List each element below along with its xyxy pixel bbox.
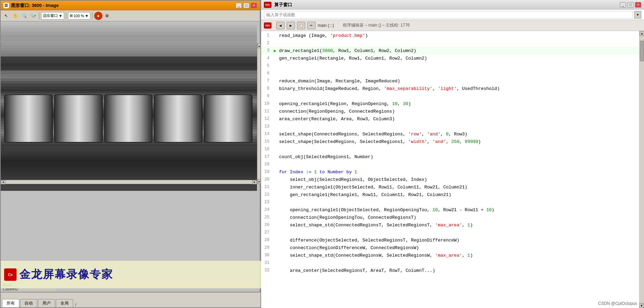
cylinder-3 xyxy=(104,94,153,143)
maximize-button[interactable]: □ xyxy=(243,3,249,8)
code-line-8: 8 binary_threshold(ImageReduced, Region,… xyxy=(261,85,639,92)
nav-forward-button[interactable]: ► xyxy=(287,22,295,29)
code-line-4: 4 gen_rectangle1(Rectangle, Row1, Column… xyxy=(261,54,639,62)
cylinder-2 xyxy=(54,94,103,143)
code-line-2: 2 xyxy=(261,39,639,47)
code-line-28: 28 difference(ObjectSelected, SelectedRe… xyxy=(261,236,639,244)
sep1 xyxy=(39,12,39,19)
code-lines-container: 1 read_image (Image, 'product.bmp') 2 3 … xyxy=(261,31,639,275)
code-scroll-down[interactable]: ▼ xyxy=(639,303,644,308)
cylinder-1 xyxy=(4,94,53,143)
code-line-32: 32 area_center(SelectedRegionsT, AreaT, … xyxy=(261,267,639,274)
tab-global[interactable]: 全局 xyxy=(56,299,73,307)
code-minimize-btn[interactable]: _ xyxy=(620,2,626,8)
pointer-tool[interactable]: ↖ xyxy=(2,12,10,20)
code-line-9: 9 xyxy=(261,92,639,100)
viewer-title: 图形窗口: 3600 - Image xyxy=(11,2,59,9)
code-vertical-scrollbar[interactable]: ▲ ▼ xyxy=(639,31,644,308)
image-viewer-panel: 🖼 图形窗口: 3600 - Image _ □ ✕ ↖ ✋ 🔍 🔍+ 适应窗口… xyxy=(0,0,260,308)
calc-input-bar: ▼ xyxy=(261,10,644,20)
code-line-13: 13 xyxy=(261,123,639,130)
image-viewer-titlebar: 🖼 图形窗口: 3600 - Image _ □ ✕ xyxy=(1,1,260,10)
prog-ha-badge: HA xyxy=(264,22,271,29)
cylinder-5 xyxy=(204,94,252,143)
code-maximize-btn[interactable]: □ xyxy=(627,2,634,8)
code-line-30: 30 select_shape_std(ConnectedRegionsW, S… xyxy=(261,251,639,259)
code-line-27: 27 xyxy=(261,229,639,236)
zoom-icon: ⊞ xyxy=(70,13,73,18)
settings-tool[interactable]: ⚙ xyxy=(103,12,111,20)
code-line-10: 10 opening_rectangle1(Region, RegionOpen… xyxy=(261,100,639,107)
scroll-left-arrow[interactable]: ◄ xyxy=(1,180,6,184)
minimize-button[interactable]: _ xyxy=(236,3,242,8)
horizontal-scrollbar[interactable]: ◄ ► xyxy=(1,180,257,184)
code-line-25: 25 connection(RegionOpeningTou, Connecte… xyxy=(261,214,639,221)
titlebar-left: 🖼 图形窗口: 3600 - Image xyxy=(3,2,59,9)
zoom-chevron: ▼ xyxy=(85,14,89,18)
code-line-26: 26 select_shape_std(ConnectedRegionsT, S… xyxy=(261,221,639,229)
code-line-5: 5 xyxy=(261,62,639,70)
ha-badge: HA xyxy=(264,2,271,8)
code-line-31: 31 xyxy=(261,259,639,267)
code-line-29: 29 connection(RegionDifferenceW, Connect… xyxy=(261,244,639,251)
tab-user[interactable]: 用户 xyxy=(38,299,55,307)
code-scroll-up[interactable]: ▲ xyxy=(640,31,644,36)
image-canvas-area: ↖ ▲ ▼ ◄ ► xyxy=(1,22,261,212)
code-scroll-thumb[interactable] xyxy=(640,41,644,61)
code-line-1: 1 read_image (Image, 'product.bmp') xyxy=(261,32,639,39)
code-line-14: 14 select_shape(ConnectedRegions, Select… xyxy=(261,130,639,138)
code-line-15: 15 select_shape(SelectedRegions, Selecte… xyxy=(261,138,639,145)
code-line-12: 12 area_center(Rectangle, Area, Row3, Co… xyxy=(261,115,639,123)
watermark-text: 金龙屏幕录像专家 xyxy=(19,267,113,282)
cylinder-4 xyxy=(154,94,202,143)
code-line-6: 6 xyxy=(261,70,639,77)
execution-arrow: ▶ xyxy=(274,48,276,53)
close-button[interactable]: ✕ xyxy=(251,3,257,8)
zoom-label: 100 % xyxy=(73,14,84,18)
code-line-11: 11 connection(RegionOpening, ConnectedRe… xyxy=(261,107,639,115)
tab-auto[interactable]: 自动 xyxy=(20,299,37,307)
fit-label: 适应窗口 xyxy=(43,13,58,18)
code-line-16: 16 xyxy=(261,145,639,153)
fit-window-dropdown[interactable]: 适应窗口 ▼ xyxy=(41,12,64,20)
hand-tool[interactable]: ✋ xyxy=(11,12,19,20)
calc-dropdown-button[interactable]: ▼ xyxy=(634,11,641,19)
zoom-dropdown[interactable]: ⊞ 100 % ▼ xyxy=(68,12,90,20)
calc-input-field[interactable] xyxy=(264,11,633,19)
fit-chevron: ▼ xyxy=(59,14,62,18)
zoom-in-tool[interactable]: 🔍 xyxy=(20,12,28,20)
code-line-22: 22 gen_rectangle1(Rectangle1, Row11, Col… xyxy=(261,191,639,198)
code-titlebar: HA 算子窗口 _ □ ✕ xyxy=(261,0,644,10)
sep2 xyxy=(66,12,66,19)
code-line-7: 7 reduce_domain(Image, Rectangle, ImageR… xyxy=(261,77,639,85)
grayscale-image: ↖ xyxy=(1,22,257,191)
watermark-overlay: Co 金龙屏幕录像专家 xyxy=(1,261,261,288)
code-line-21: 21 inner_rectangle1(ObjectSelected, Row1… xyxy=(261,183,639,191)
code-line-18: 18 xyxy=(261,161,639,168)
nav-back-button[interactable]: ◄ xyxy=(276,22,285,29)
hscroll-track[interactable] xyxy=(6,181,252,184)
prog-editor-header: HA ◄ ► 📋 ✏ main (:::) 程序编辑器 – main () – … xyxy=(261,20,644,31)
prog-full-title: 程序编辑器 – main () – 主线程: 1776 xyxy=(343,22,409,28)
code-title-left: HA 算子窗口 xyxy=(264,2,292,8)
sep3 xyxy=(92,12,92,19)
tab-separator: / xyxy=(74,302,78,307)
zoom-in-plus-tool[interactable]: 🔍+ xyxy=(29,12,37,20)
code-titlebar-buttons: _ □ ✕ xyxy=(620,2,641,8)
tab-all[interactable]: 所有 xyxy=(2,299,19,307)
titlebar-buttons: _ □ ✕ xyxy=(236,3,257,8)
nav-edit-button[interactable]: ✏ xyxy=(307,22,316,29)
code-line-19: 19 for Index := 1 to Number by 1 xyxy=(261,168,639,176)
color-tool[interactable]: ● xyxy=(94,12,102,20)
code-area: 1 read_image (Image, 'product.bmp') 2 3 … xyxy=(261,31,639,308)
viewer-toolbar: ↖ ✋ 🔍 🔍+ 适应窗口 ▼ ⊞ 100 % ▼ ● ⚙ xyxy=(1,10,260,21)
code-editor-panel: HA 算子窗口 _ □ ✕ ▼ HA ◄ ► 📋 ✏ main (:::) 程序… xyxy=(260,0,644,308)
scroll-right-arrow[interactable]: ► xyxy=(252,180,257,184)
code-line-20: 20 select_obj(SelectedRegions1, ObjectSe… xyxy=(261,176,639,183)
tabs-bar: 所有 自动 用户 全局 / xyxy=(1,292,261,307)
code-close-btn[interactable]: ✕ xyxy=(635,2,641,8)
code-line-24: 24 opening_rectangle1(ObjectSelected, Re… xyxy=(261,206,639,214)
code-line-3: 3 ▶ draw_rectangle1(3600, Row1, Column1,… xyxy=(261,47,639,54)
calc-title: 算子窗口 xyxy=(274,2,292,8)
nav-copy-button[interactable]: 📋 xyxy=(297,22,305,29)
